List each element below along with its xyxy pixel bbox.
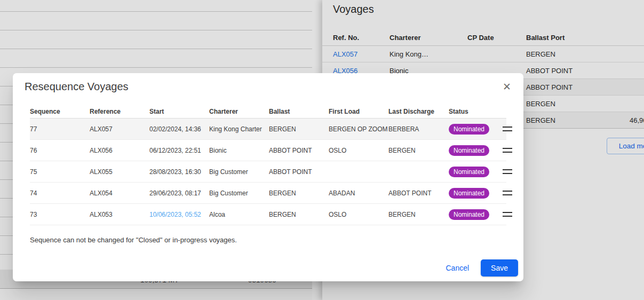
cell-reference: ALX053 bbox=[90, 211, 149, 218]
column-header-charterer: Charterer bbox=[209, 108, 269, 115]
cell-start: 28/08/2023, 16:30 bbox=[149, 168, 209, 176]
cancel-button[interactable]: Cancel bbox=[437, 259, 478, 277]
cell-start: 29/06/2023, 08:17 bbox=[149, 190, 209, 197]
cell-charterer: Bionic bbox=[209, 147, 269, 154]
cell-ballast: BERGEN bbox=[269, 211, 329, 218]
column-header-first-load: First Load bbox=[329, 108, 388, 115]
table-row: 76 ALX056 06/12/2023, 22:51 Bionic ABBOT… bbox=[30, 140, 506, 161]
column-header-ballast: Ballast bbox=[269, 108, 329, 115]
cell-last-discharge: BERBERA bbox=[388, 125, 449, 133]
drag-handle-icon[interactable] bbox=[503, 191, 512, 195]
resequence-voyages-dialog: Resequence Voyages ✕ Sequence Reference … bbox=[13, 73, 523, 281]
cell-first-load: OSLO bbox=[329, 147, 388, 154]
cell-charterer: Big Customer bbox=[209, 168, 269, 176]
drag-handle-icon[interactable] bbox=[503, 148, 512, 153]
screen: 109,571 MT 9319686 Voyages Ref. No. Char… bbox=[0, 0, 644, 300]
drag-handle-icon[interactable] bbox=[503, 212, 512, 217]
cell-start: 06/12/2023, 22:51 bbox=[149, 147, 209, 154]
close-icon[interactable]: ✕ bbox=[499, 80, 514, 94]
save-button[interactable]: Save bbox=[481, 259, 518, 277]
cell-reference: ALX056 bbox=[90, 147, 149, 154]
cell-status: Nominated bbox=[449, 167, 503, 177]
cell-first-load: BERGEN OP ZOOM bbox=[329, 125, 388, 133]
cell-reference: ALX054 bbox=[90, 190, 149, 197]
column-header-sequence: Sequence bbox=[30, 108, 90, 115]
status-badge: Nominated bbox=[449, 188, 489, 199]
status-badge: Nominated bbox=[449, 145, 489, 156]
cell-last-discharge: ABBOT POINT bbox=[388, 190, 449, 197]
cell-charterer: King Kong Charter bbox=[209, 125, 269, 133]
column-header-reference: Reference bbox=[90, 108, 149, 115]
cell-last-discharge: BERGEN bbox=[388, 147, 449, 154]
drag-handle-icon[interactable] bbox=[503, 169, 512, 174]
resequence-table-body: 77 ALX057 02/02/2024, 14:36 King Kong Ch… bbox=[30, 119, 506, 225]
cell-start-link[interactable]: 10/06/2023, 05:52 bbox=[149, 211, 209, 218]
cell-reference: ALX057 bbox=[90, 125, 149, 133]
cell-status: Nominated bbox=[449, 188, 503, 199]
status-badge: Nominated bbox=[449, 167, 489, 177]
table-row: 73 ALX053 10/06/2023, 05:52 Alcoa BERGEN… bbox=[30, 204, 506, 225]
cell-last-discharge: BERGEN bbox=[388, 211, 449, 218]
table-row: 77 ALX057 02/02/2024, 14:36 King Kong Ch… bbox=[30, 119, 506, 140]
cell-status: Nominated bbox=[449, 209, 503, 220]
cell-charterer: Alcoa bbox=[209, 211, 269, 218]
cell-ballast: BERGEN bbox=[269, 190, 329, 197]
cell-sequence: 75 bbox=[30, 168, 90, 176]
table-row: 74 ALX054 29/06/2023, 08:17 Big Customer… bbox=[30, 183, 506, 204]
cell-sequence: 73 bbox=[30, 211, 90, 218]
column-header-status: Status bbox=[449, 108, 503, 115]
cell-start: 02/02/2024, 14:36 bbox=[149, 125, 209, 133]
cell-sequence: 76 bbox=[30, 147, 90, 154]
cell-status: Nominated bbox=[449, 145, 503, 156]
status-badge: Nominated bbox=[449, 124, 489, 135]
dialog-title: Resequence Voyages bbox=[25, 81, 129, 93]
cell-sequence: 74 bbox=[30, 190, 90, 197]
table-row: 75 ALX055 28/08/2023, 16:30 Big Customer… bbox=[30, 161, 506, 183]
cell-ballast: ABBOT POINT bbox=[269, 147, 329, 154]
resequence-table-header: Sequence Reference Start Charterer Balla… bbox=[30, 105, 506, 119]
column-header-last-discharge: Last Discharge bbox=[388, 108, 449, 115]
column-header-start: Start bbox=[149, 108, 209, 115]
dialog-note: Sequence can not be changed for "Closed"… bbox=[30, 236, 237, 244]
cell-ballast: ABBOT POINT bbox=[269, 168, 329, 176]
drag-handle-icon[interactable] bbox=[503, 127, 512, 131]
cell-first-load: ABADAN bbox=[329, 190, 388, 197]
status-badge: Nominated bbox=[449, 209, 489, 220]
cell-charterer: Big Customer bbox=[209, 190, 269, 197]
cell-ballast: BERGEN bbox=[269, 125, 329, 133]
dialog-actions: Cancel Save bbox=[437, 259, 518, 277]
cell-status: Nominated bbox=[449, 124, 503, 135]
cell-first-load: OSLO bbox=[329, 211, 388, 218]
cell-reference: ALX055 bbox=[90, 168, 149, 176]
cell-sequence: 77 bbox=[30, 125, 90, 133]
